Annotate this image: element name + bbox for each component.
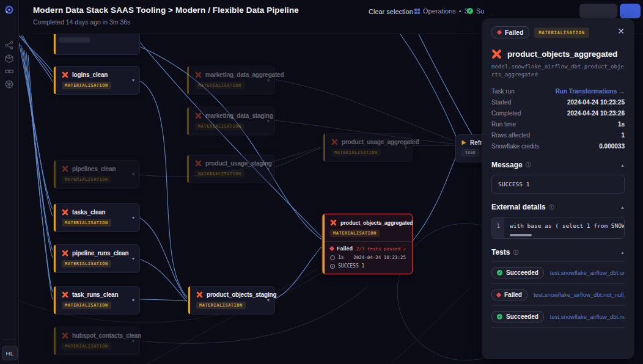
node-accent-bar — [187, 107, 189, 135]
page-subtitle: Completed 14 days ago in 3m 36s — [33, 18, 130, 26]
section-title: Message — [491, 161, 523, 169]
info-icon[interactable]: ⓘ — [526, 162, 531, 168]
message-section: Message ⓘ ▲ SUCCESS 1 — [491, 161, 625, 194]
chevron-down-icon[interactable]: ▾ — [267, 78, 270, 83]
failed-diamond-icon — [329, 246, 334, 251]
test-link[interactable]: test.snowflake_airflow_dbt.unique_pro — [550, 269, 625, 276]
panel-title: product_objects_aggregated — [507, 49, 617, 59]
chevron-down-icon[interactable]: ▾ — [267, 119, 270, 124]
chevron-down-icon[interactable]: ▾ — [405, 145, 407, 150]
info-icon[interactable]: ⓘ — [549, 205, 554, 210]
node-accent-bar — [54, 286, 56, 314]
detail-value: 0.000033 — [599, 143, 625, 150]
materialisation-badge: MATERIALISATION — [62, 219, 111, 227]
dbt-icon — [330, 219, 337, 226]
primary-action-button[interactable] — [620, 4, 641, 18]
task-badge: TASK — [461, 149, 479, 156]
node-logins_clean[interactable]: logins_clean MATERIALISATION ▾ — [53, 66, 140, 95]
node-product_objects_staging[interactable]: product_objects_staging MATERIALISATION … — [188, 286, 275, 315]
node-product_usage_aggregated[interactable]: product_usage_aggregated MATERIALISATION… — [323, 133, 413, 162]
success-check-icon: ✓ — [467, 8, 473, 14]
materialisation-badge: MATERIALISATION — [62, 302, 111, 309]
node-pipeline_runs_clean[interactable]: pipeline_runs_clean MATERIALISATION ▾ — [53, 244, 140, 273]
node-label: product_usage_aggregated — [342, 139, 419, 145]
node-product_objects_aggregated-selected[interactable]: product_objects_aggregated MATERIALISATI… — [322, 214, 413, 274]
model-path: model.snowflake_airflow_dbt.product_obje… — [491, 63, 627, 79]
node-tasks_clean[interactable]: tasks_clean MATERIALISATION ▾ — [53, 203, 140, 232]
nav-sidebar: HL — [0, 0, 19, 364]
succeeded-filter-chip[interactable]: ✓ Su — [467, 7, 484, 15]
globe-icon[interactable] — [4, 79, 14, 89]
sql-code-text: with base as ( select 1 from SNOWFLAKE — [510, 222, 624, 229]
line-number: 1 — [492, 217, 504, 238]
horizontal-scrollbar[interactable] — [510, 234, 532, 236]
chevron-up-icon[interactable]: ▴ — [405, 221, 407, 226]
task-type-icon — [462, 140, 466, 145]
materialisation-badge: MATERIALISATION — [330, 230, 380, 237]
detail-label: Started — [491, 99, 511, 106]
materialisation-badge: MATERIALISATION — [62, 176, 111, 183]
node-hubspot_contacts_clean[interactable]: hubspot_contacts_clean MATERIALISATION ▾ — [53, 327, 140, 355]
sql-code[interactable]: with base as ( select 1 from SNOWFLAKE — [504, 217, 624, 238]
tests-summary-link[interactable]: 2/3 tests passed ↗ — [356, 246, 406, 252]
node-label: pipeline_runs_clean — [72, 250, 128, 257]
node-runtime: 1s — [338, 255, 344, 260]
node-status: Failed — [337, 246, 353, 252]
node-product_usage_staging[interactable]: product_usage_staging MATERIALISATION ▾ — [186, 155, 275, 183]
node-label: pipelines_clean — [72, 166, 116, 172]
success-check-icon: ✓ — [497, 270, 502, 275]
dbt-icon — [196, 291, 203, 298]
orchestra-logo[interactable] — [4, 5, 14, 15]
clear-selection-button[interactable]: Clear selection — [369, 8, 413, 15]
chevron-down-icon[interactable]: ▾ — [132, 172, 134, 177]
collapse-icon[interactable]: ▲ — [620, 205, 625, 209]
chevron-down-icon[interactable]: ▾ — [132, 339, 134, 344]
node-accent-bar — [323, 134, 325, 161]
link-icon[interactable] — [4, 67, 14, 76]
node-task_runs_clean[interactable]: task_runs_clean MATERIALISATION ▾ — [53, 286, 140, 315]
chevron-down-icon[interactable]: ▾ — [132, 298, 134, 303]
node-label: tasks_clean — [72, 209, 106, 216]
user-avatar[interactable]: HL — [2, 346, 18, 360]
sql-code-block: 1 with base as ( select 1 from SNOWFLAKE — [491, 217, 625, 239]
test-link[interactable]: test.snowflake_airflow_dbt.not_null_pr — [550, 313, 625, 320]
collapse-icon[interactable]: ▲ — [620, 163, 625, 167]
secondary-action-button[interactable] — [579, 4, 617, 18]
node-accent-bar — [188, 286, 190, 314]
node-skeleton-pill — [59, 37, 90, 43]
chevron-down-icon[interactable]: ▾ — [132, 78, 134, 83]
collapse-icon[interactable]: ▲ — [620, 250, 625, 255]
section-title: Tests — [491, 248, 510, 257]
node-accent-bar — [54, 327, 56, 355]
node-detail-panel: Failed MATERIALISATION ✕ product_objects… — [482, 18, 634, 359]
detail-value: 1 — [621, 132, 625, 139]
test-row: Failed test.snowflake_airflow_dbt.not_nu… — [491, 284, 625, 306]
node-pipelines_clean[interactable]: pipelines_clean MATERIALISATION ▾ — [53, 160, 140, 189]
chevron-down-icon[interactable]: ▾ — [132, 216, 134, 220]
node-label: product_usage_staging — [205, 160, 272, 167]
materialisation-badge: MATERIALISATION — [196, 302, 246, 309]
chevron-down-icon[interactable]: ▾ — [132, 257, 134, 261]
node-marketing_data_staging[interactable]: marketing_data_staging MATERIALISATION ▾ — [186, 107, 275, 136]
node-marketing_data_aggregated[interactable]: marketing_data_aggregated MATERIALISATIO… — [186, 66, 275, 95]
dbt-icon — [62, 209, 68, 216]
clock-icon — [330, 255, 335, 260]
panel-badges-row: Failed MATERIALISATION — [491, 26, 625, 38]
dag-icon[interactable] — [4, 40, 14, 50]
task-run-link[interactable]: Run Transformations → — [556, 88, 625, 95]
cube-icon[interactable] — [4, 54, 14, 64]
operations-filter-chip[interactable]: Operations • 35 — [414, 7, 472, 15]
panel-title-row: product_objects_aggregated — [491, 49, 625, 59]
info-icon[interactable]: ⓘ — [513, 250, 518, 255]
materialisation-badge: MATERIALISATION — [534, 27, 589, 38]
detail-value: 1s — [618, 121, 625, 128]
dbt-icon — [195, 71, 202, 78]
node-accent-bar — [54, 204, 56, 231]
test-link[interactable]: test.snowflake_airflow_dbt.not_null_pr — [534, 291, 625, 298]
status-badge-label: Failed — [505, 29, 523, 36]
dbt-icon — [195, 112, 202, 119]
close-icon[interactable]: ✕ — [617, 27, 625, 35]
chevron-down-icon[interactable]: ▾ — [267, 298, 270, 303]
chevron-down-icon[interactable]: ▾ — [267, 167, 270, 172]
test-status-badge: ✓ Succeeded — [491, 311, 544, 322]
